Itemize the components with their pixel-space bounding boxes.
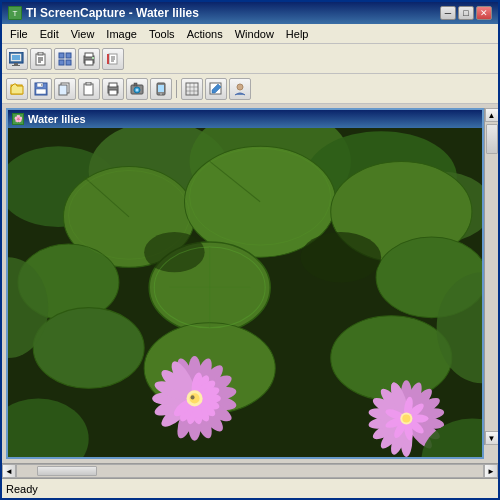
scroll-left-arrow[interactable]: ◄ <box>2 464 16 478</box>
user-btn[interactable] <box>229 78 251 100</box>
menu-bar: File Edit View Image Tools Actions Windo… <box>2 24 498 44</box>
device-btn[interactable] <box>150 78 172 100</box>
menu-view[interactable]: View <box>65 27 101 41</box>
inner-image-window: 🌸 Water lilies <box>6 108 484 459</box>
close-button[interactable]: ✕ <box>476 6 492 20</box>
title-bar: T TI ScreenCapture - Water lilies ─ □ ✕ <box>2 2 498 24</box>
svg-point-130 <box>402 415 410 423</box>
vertical-scrollbar[interactable]: ▲ ▼ <box>484 108 498 445</box>
water-lily-image <box>8 128 482 457</box>
h-scroll-thumb[interactable] <box>37 466 97 476</box>
minimize-button[interactable]: ─ <box>440 6 456 20</box>
svg-rect-29 <box>59 85 67 95</box>
app-icon: T <box>8 6 22 20</box>
svg-rect-15 <box>85 53 93 57</box>
svg-rect-12 <box>59 60 64 65</box>
scroll-down-arrow[interactable]: ▼ <box>485 431 499 445</box>
image-display <box>8 128 482 457</box>
inner-window-title: Water lilies <box>28 113 86 125</box>
svg-point-48 <box>237 84 243 90</box>
scroll-up-arrow[interactable]: ▲ <box>485 108 499 122</box>
svg-rect-13 <box>66 60 71 65</box>
main-window: T TI ScreenCapture - Water lilies ─ □ ✕ … <box>0 0 500 500</box>
print2-btn[interactable] <box>102 78 124 100</box>
scroll-right-arrow[interactable]: ► <box>484 464 498 478</box>
svg-rect-33 <box>109 83 117 87</box>
menu-window[interactable]: Window <box>229 27 280 41</box>
toolbar-1 <box>2 44 498 74</box>
edit-image-btn[interactable] <box>205 78 227 100</box>
content-area: 🌸 Water lilies <box>2 104 498 463</box>
menu-tools[interactable]: Tools <box>143 27 181 41</box>
capture-btn[interactable] <box>126 78 148 100</box>
tiles-btn[interactable] <box>54 48 76 70</box>
menu-help[interactable]: Help <box>280 27 315 41</box>
open-btn[interactable] <box>6 78 28 100</box>
menu-file[interactable]: File <box>4 27 34 41</box>
menu-actions[interactable]: Actions <box>181 27 229 41</box>
status-bar: Ready <box>2 478 498 498</box>
svg-point-102 <box>191 395 195 399</box>
title-controls: ─ □ ✕ <box>440 6 492 20</box>
inner-app-icon: 🌸 <box>12 113 24 125</box>
svg-point-67 <box>33 308 144 389</box>
svg-rect-34 <box>109 90 117 95</box>
status-text: Ready <box>6 483 38 495</box>
toolbar-separator <box>176 80 177 98</box>
menu-image[interactable]: Image <box>100 27 143 41</box>
svg-rect-2 <box>12 55 20 60</box>
svg-rect-17 <box>92 57 94 59</box>
horizontal-scrollbar[interactable]: ◄ ► <box>2 463 498 478</box>
svg-rect-40 <box>158 85 164 92</box>
svg-point-66 <box>144 232 205 272</box>
window-title: TI ScreenCapture - Water lilies <box>26 6 199 20</box>
svg-point-41 <box>160 93 162 95</box>
svg-rect-27 <box>41 84 43 86</box>
svg-rect-38 <box>134 83 137 86</box>
svg-rect-31 <box>86 82 91 85</box>
maximize-button[interactable]: □ <box>458 6 474 20</box>
title-bar-left: T TI ScreenCapture - Water lilies <box>8 6 199 20</box>
svg-rect-26 <box>36 89 46 94</box>
svg-rect-42 <box>186 83 198 95</box>
scroll-track[interactable] <box>16 464 484 478</box>
svg-rect-30 <box>84 84 93 95</box>
svg-rect-6 <box>38 52 43 55</box>
inner-title-bar: 🌸 Water lilies <box>8 110 482 128</box>
menu-edit[interactable]: Edit <box>34 27 65 41</box>
svg-rect-11 <box>66 53 71 58</box>
svg-rect-3 <box>14 63 18 65</box>
svg-point-37 <box>136 88 139 91</box>
attach-btn[interactable] <box>102 48 124 70</box>
copy-file-btn[interactable] <box>54 78 76 100</box>
toolbar-2 <box>2 74 498 104</box>
grid-btn[interactable] <box>181 78 203 100</box>
save-btn[interactable] <box>30 78 52 100</box>
svg-point-65 <box>300 232 381 282</box>
capture-screen-btn[interactable] <box>6 48 28 70</box>
clipboard-btn[interactable] <box>30 48 52 70</box>
svg-rect-16 <box>85 60 93 65</box>
svg-rect-4 <box>12 65 20 66</box>
paste-file-btn[interactable] <box>78 78 100 100</box>
scroll-thumb[interactable] <box>486 124 498 154</box>
print-btn[interactable] <box>78 48 100 70</box>
svg-rect-10 <box>59 53 64 58</box>
